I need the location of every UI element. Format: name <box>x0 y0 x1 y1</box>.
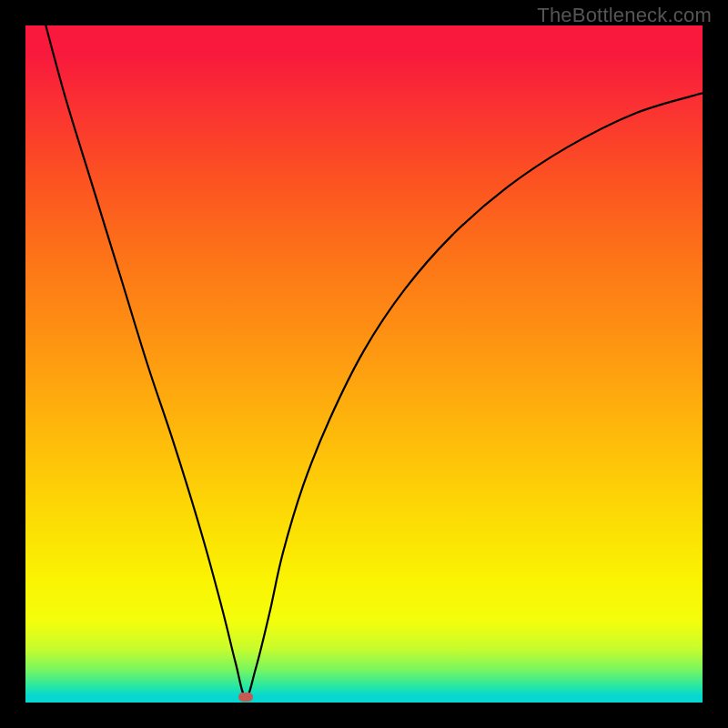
chart-frame: TheBottleneck.com <box>0 0 728 728</box>
bottleneck-curve <box>25 25 703 703</box>
watermark-text: TheBottleneck.com <box>537 4 712 27</box>
minimum-marker <box>238 693 253 702</box>
plot-area <box>25 25 703 703</box>
